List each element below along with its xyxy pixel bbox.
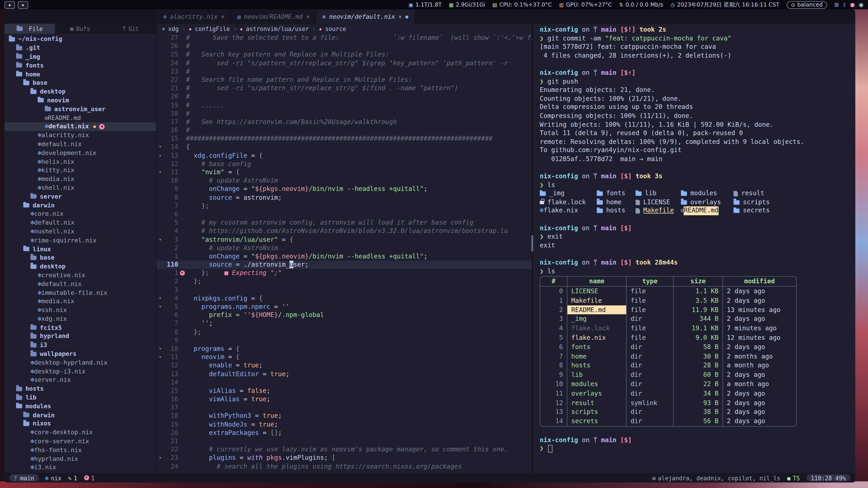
code-line[interactable]: ▾14{	[157, 143, 532, 151]
tree-item[interactable]: darwin	[4, 411, 156, 420]
code-line[interactable]: ▾4 nixpkgs.config = {	[157, 294, 532, 302]
code-line[interactable]: 19# ......	[157, 101, 532, 109]
tree-item[interactable]: ❄immutable-file.nix	[4, 288, 156, 297]
tree-item[interactable]: ❄shell.nix	[4, 184, 156, 192]
tree-item[interactable]: home	[4, 70, 156, 78]
code-line[interactable]: 23#	[157, 67, 532, 76]
tree-item[interactable]: ❄default.nix	[4, 280, 156, 289]
close-icon[interactable]: ×	[398, 13, 402, 20]
tree-item[interactable]: wallpapers	[4, 350, 156, 358]
code-line[interactable]: 6 prefix = ''${HOME}/.npm-global	[157, 311, 532, 320]
modified-indicator[interactable]: ✎ 1	[68, 475, 77, 481]
code-line[interactable]: 10 # update AstroNvim	[157, 177, 532, 185]
code-line[interactable]: ▾3 "astronvim/lua/user" = {	[157, 235, 532, 244]
git-branch-segment[interactable]: ᛘ main	[9, 474, 39, 482]
breadcrumb-segment[interactable]: source	[325, 26, 346, 32]
code-line[interactable]: 9	[157, 336, 532, 345]
window-separator[interactable]	[532, 24, 533, 473]
code-line[interactable]: 5 # my cusotom astronvim config, astronv…	[157, 219, 532, 227]
tree-item[interactable]: hosts	[4, 385, 156, 393]
close-icon[interactable]: ×	[221, 13, 224, 20]
ls-entry[interactable]: scripts	[734, 198, 855, 206]
tree-item[interactable]: ❄ssh.nix	[4, 306, 156, 315]
tree-item[interactable]: ❄rime-squirrel.nix	[4, 236, 156, 245]
code-line[interactable]: ▾10 programs = {	[157, 345, 532, 353]
code-line[interactable]: 18#	[157, 109, 532, 118]
tree-item[interactable]: _img	[4, 53, 156, 61]
tree-item[interactable]: server	[4, 192, 156, 201]
close-icon[interactable]: ×	[306, 13, 310, 20]
code-line[interactable]: 21	[157, 437, 532, 446]
tree-item[interactable]: ❄desktop-hyprland.nix	[4, 358, 156, 367]
tree-item[interactable]: ❄creative.nix	[4, 271, 156, 280]
record-icon[interactable]: ●	[850, 2, 855, 8]
tree-item[interactable]: astronvim_user	[4, 105, 156, 113]
apps-icon[interactable]: ⊞	[834, 2, 839, 8]
code-line[interactable]: 8 };	[157, 328, 532, 336]
tree-item[interactable]: ❄fhs-fonts.nix	[4, 446, 156, 455]
tree-item[interactable]: nixos	[4, 419, 156, 428]
tree-item[interactable]: desktop	[4, 262, 156, 271]
code-line[interactable]: 22# Search file name pattern and Replace…	[157, 76, 532, 84]
tree-item[interactable]: ❄core-server.nix	[4, 437, 156, 446]
code-line[interactable]: 15######################################…	[157, 135, 532, 143]
code-line[interactable]: 12 # base config	[157, 160, 532, 168]
buffer-tab[interactable]: ❄alacritty.nix×	[157, 9, 231, 24]
code-line[interactable]: 7 };	[157, 202, 532, 210]
ls-entry[interactable]: LICENSE	[636, 198, 681, 206]
code-line[interactable]: 2 };	[157, 278, 532, 286]
code-line[interactable]: ▾11 "nvim" = {	[157, 168, 532, 176]
code-line[interactable]: 14	[157, 378, 532, 387]
tree-item[interactable]: lib	[4, 393, 156, 402]
tree-item[interactable]: fcitx5	[4, 323, 156, 332]
tree-item[interactable]: ❄i3.nix	[4, 463, 156, 472]
power-profile-chip[interactable]: ⊙ balanced	[786, 1, 827, 8]
code-line[interactable]: 19 withNodeJs = true;	[157, 420, 532, 429]
tree-item[interactable]: neovim	[4, 96, 156, 105]
neotree-tab-git[interactable]: ᛘGit	[105, 24, 156, 34]
tree-item[interactable]: ❄kitty.nix	[4, 166, 156, 175]
file-tree[interactable]: ~/nix-config.git_imgfontshomebasedesktop…	[4, 34, 156, 473]
code-line[interactable]: 17# See https://astronvim.com/Basic%20Us…	[157, 118, 532, 126]
code-line[interactable]: 9 onChange = "${pkgs.neovim}/bin/nvim --…	[157, 185, 532, 193]
code-line[interactable]: ▾13 xdg.configFile = {	[157, 151, 532, 160]
tree-item[interactable]: ❄default.nix	[4, 140, 156, 149]
breadcrumb-segment[interactable]: xdg	[168, 26, 179, 32]
code-line[interactable]: 16 vimAlias = true;	[157, 395, 532, 403]
ls-entry[interactable]: lib	[636, 189, 681, 198]
tree-item[interactable]: desktop	[4, 87, 156, 96]
code-line[interactable]: 20 extraPackages = [];	[157, 429, 532, 437]
tree-item[interactable]: hyprland	[4, 332, 156, 341]
ls-entry[interactable]: ❄flake.nix	[540, 207, 597, 215]
tree-item[interactable]: ❄desktop-i3.nix	[4, 367, 156, 376]
code-line[interactable]: 22 # currently we use lazy.nvim as neovi…	[157, 446, 532, 454]
code-line[interactable]: 8 source = astronvim;	[157, 193, 532, 202]
ls-entry[interactable]: modules	[681, 189, 734, 198]
code-line[interactable]: 27# Save the selected text to a file: `:…	[157, 34, 532, 42]
tree-item[interactable]: ❄media.nix	[4, 297, 156, 306]
scrollbar-thumb[interactable]	[531, 235, 533, 252]
tree-item[interactable]: fonts	[4, 61, 156, 70]
code-line[interactable]: 1 onChange = "${pkgs.neovim}/bin/nvim --…	[157, 252, 532, 260]
code-line[interactable]: 21# sed -ri "s/pattern_str/replace_str/g…	[157, 84, 532, 93]
ls-entry[interactable]: secrets	[734, 207, 855, 215]
tree-item[interactable]: ~/nix-config	[4, 35, 156, 43]
code-line[interactable]: 13 defaultEditor = true;	[157, 370, 532, 378]
tree-item[interactable]: ❄core-desktop.nix	[4, 428, 156, 437]
diagnostics-errors[interactable]: × 1	[84, 475, 94, 481]
breadcrumb-segment[interactable]: astronvim/lua/user	[246, 26, 309, 32]
tree-item[interactable]: ❄xdg.nix	[4, 315, 156, 323]
bluetooth-icon[interactable]: ᛒ	[843, 2, 846, 8]
ls-entry[interactable]: ▤README.md	[681, 207, 734, 215]
code-line[interactable]: 16#	[157, 126, 532, 135]
code-line[interactable]: 15 viAlias = false;	[157, 387, 532, 395]
tree-item[interactable]: i3	[4, 341, 156, 350]
code-line[interactable]: ▾11 neovim = {	[157, 353, 532, 361]
code-area[interactable]: 27# Save the selected text to a file: `:…	[157, 34, 532, 473]
tree-item[interactable]: ❄default.nix	[4, 219, 156, 227]
buffer-tab[interactable]: ❄neovim/default.nix×●	[316, 9, 415, 24]
tree-item[interactable]: ❄nushell.nix	[4, 227, 156, 236]
tree-item[interactable]: linux	[4, 245, 156, 254]
code-line[interactable]: 110 source = ./astronvim_user;	[157, 261, 532, 269]
tree-item[interactable]: ❄hyprland.nix	[4, 454, 156, 463]
